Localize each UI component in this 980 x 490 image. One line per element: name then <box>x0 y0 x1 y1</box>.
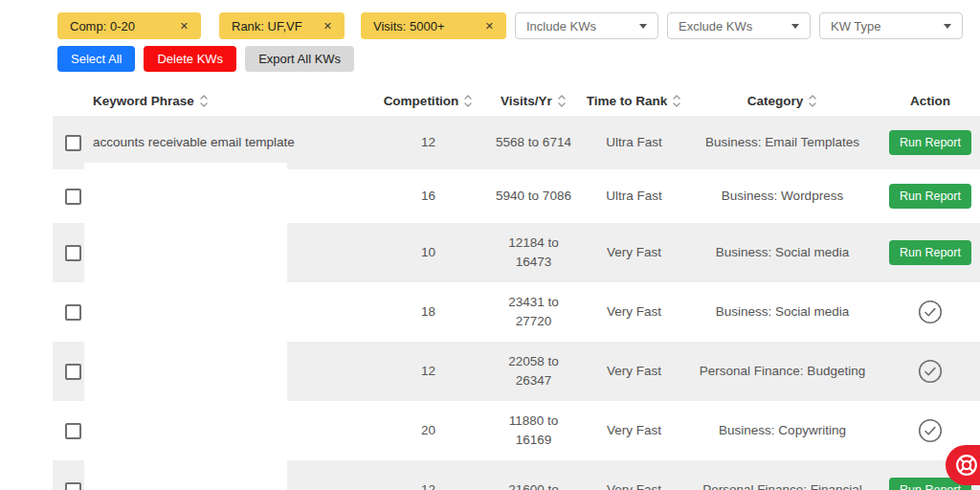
visits-cell: 23431 to27720 <box>483 293 584 332</box>
table-row: 20 11880 to16169 Very Fast Business: Cop… <box>53 401 980 460</box>
row-checkbox[interactable] <box>65 135 81 151</box>
time-to-rank-cell: Very Fast <box>584 302 684 322</box>
category-cell: Business: Social media <box>684 302 880 322</box>
report-complete-check-icon[interactable] <box>918 300 943 324</box>
header-label: Category <box>747 94 804 108</box>
filter-chip-bar: Comp: 0-20 ✕ Rank: UF,VF ✕ Visits: 5000+… <box>57 12 506 39</box>
sort-icon <box>808 94 817 108</box>
competition-cell: 12 <box>373 480 483 490</box>
help-widget-button[interactable]: H <box>946 445 980 485</box>
row-checkbox[interactable] <box>65 423 81 439</box>
category-cell: Personal Finance: Budgeting <box>684 362 880 381</box>
row-checkbox[interactable] <box>65 304 81 321</box>
dropdown-label: Include KWs <box>526 19 596 33</box>
competition-cell: 12 <box>373 133 483 152</box>
header-label: Keyword Phrase <box>93 94 194 108</box>
delete-kws-button[interactable]: Delete KWs <box>144 46 236 72</box>
run-report-button[interactable]: Run Report <box>889 130 971 155</box>
filter-chip-competition[interactable]: Comp: 0-20 ✕ <box>57 12 201 39</box>
time-to-rank-cell: Ultra Fast <box>584 133 684 152</box>
row-checkbox-cell <box>53 245 84 261</box>
redacted-keyword-overlay <box>84 460 287 490</box>
row-checkbox[interactable] <box>65 189 81 205</box>
sort-icon <box>672 94 681 108</box>
competition-cell: 12 <box>373 362 483 381</box>
row-checkbox-cell <box>53 482 84 490</box>
category-cell: Personal Finance: Financial <box>684 480 880 490</box>
filter-chip-visits[interactable]: Visits: 5000+ ✕ <box>361 12 506 39</box>
category-cell: Business: Email Templates <box>684 133 880 152</box>
table-row: 10 12184 to16473 Very Fast Business: Soc… <box>53 223 980 282</box>
filter-chip-label: Visits: 5000+ <box>373 19 445 33</box>
competition-cell: 16 <box>373 187 483 206</box>
report-complete-check-icon[interactable] <box>918 418 943 443</box>
header-time-to-rank[interactable]: Time to Rank <box>584 94 684 108</box>
category-cell: Business: Copywriting <box>684 421 880 440</box>
export-all-kws-button[interactable]: Export All KWs <box>245 46 354 72</box>
competition-cell: 20 <box>373 421 483 440</box>
lifebuoy-icon <box>953 452 980 479</box>
redacted-keyword-overlay <box>84 169 287 223</box>
time-to-rank-cell: Ultra Fast <box>584 187 684 206</box>
chevron-down-icon <box>944 24 951 29</box>
keyword-research-page: Comp: 0-20 ✕ Rank: UF,VF ✕ Visits: 5000+… <box>0 0 980 490</box>
redacted-keyword-overlay <box>84 223 287 282</box>
run-report-button[interactable]: Run Report <box>889 240 971 265</box>
row-checkbox[interactable] <box>65 245 81 261</box>
redacted-keyword-overlay <box>84 342 287 401</box>
kw-type-dropdown[interactable]: KW Type <box>819 12 963 39</box>
header-label: Time to Rank <box>587 94 668 108</box>
table-row: 18 23431 to27720 Very Fast Business: Soc… <box>53 282 980 342</box>
close-icon[interactable]: ✕ <box>323 20 332 33</box>
action-cell: Run Report <box>880 184 980 209</box>
close-icon[interactable]: ✕ <box>180 20 189 33</box>
row-checkbox[interactable] <box>65 364 81 380</box>
time-to-rank-cell: Very Fast <box>584 362 684 381</box>
run-report-button[interactable]: Run Report <box>889 184 971 209</box>
exclude-kws-dropdown[interactable]: Exclude KWs <box>667 12 811 39</box>
action-cell: Run Report <box>880 240 980 265</box>
bulk-actions-toolbar: Select All Delete KWs Export All KWs <box>57 46 354 72</box>
keywords-table: Keyword Phrase Competition Visits/Yr Tim… <box>53 86 980 490</box>
redacted-keyword-overlay <box>84 401 287 460</box>
visits-cell: 12184 to16473 <box>483 234 584 273</box>
action-cell: Run Report <box>880 130 980 155</box>
row-checkbox-cell <box>53 189 84 205</box>
report-complete-check-icon[interactable] <box>918 359 943 384</box>
row-checkbox-cell <box>53 364 84 380</box>
chevron-down-icon <box>639 24 647 29</box>
select-all-button[interactable]: Select All <box>57 46 135 72</box>
sort-icon <box>199 94 209 108</box>
header-label: Action <box>910 94 950 108</box>
visits-cell: 5940 to 7086 <box>483 187 584 206</box>
header-label: Visits/Yr <box>501 94 552 108</box>
row-checkbox[interactable] <box>65 482 81 490</box>
header-category[interactable]: Category <box>684 94 880 108</box>
dropdown-label: Exclude KWs <box>679 19 752 33</box>
header-visits-yr[interactable]: Visits/Yr <box>483 94 584 108</box>
filter-dropdowns: Include KWs Exclude KWs KW Type <box>515 12 963 39</box>
sort-icon <box>463 94 473 108</box>
header-keyword-phrase[interactable]: Keyword Phrase <box>84 94 373 108</box>
visits-cell: 11880 to16169 <box>483 412 584 451</box>
table-header-row: Keyword Phrase Competition Visits/Yr Tim… <box>53 86 980 116</box>
table-row: 12 21600 to Very Fast Personal Finance: … <box>53 460 980 490</box>
action-cell <box>880 418 980 443</box>
action-cell <box>880 300 980 324</box>
visits-cell: 5568 to 6714 <box>483 133 584 152</box>
header-competition[interactable]: Competition <box>373 94 483 108</box>
competition-cell: 18 <box>373 302 483 322</box>
table-row: 16 5940 to 7086 Ultra Fast Business: Wor… <box>53 169 980 223</box>
dropdown-label: KW Type <box>831 19 881 33</box>
category-cell: Business: Social media <box>684 243 880 262</box>
table-row: 12 22058 to26347 Very Fast Personal Fina… <box>53 342 980 401</box>
filter-chip-rank[interactable]: Rank: UF,VF ✕ <box>219 12 345 39</box>
time-to-rank-cell: Very Fast <box>584 480 684 490</box>
close-icon[interactable]: ✕ <box>485 20 494 33</box>
header-label: Competition <box>384 94 459 108</box>
sort-icon <box>557 94 567 108</box>
table-row: accounts receivable email template 12 55… <box>53 116 980 169</box>
chevron-down-icon <box>791 24 799 29</box>
include-kws-dropdown[interactable]: Include KWs <box>515 12 658 39</box>
header-action: Action <box>880 94 980 108</box>
